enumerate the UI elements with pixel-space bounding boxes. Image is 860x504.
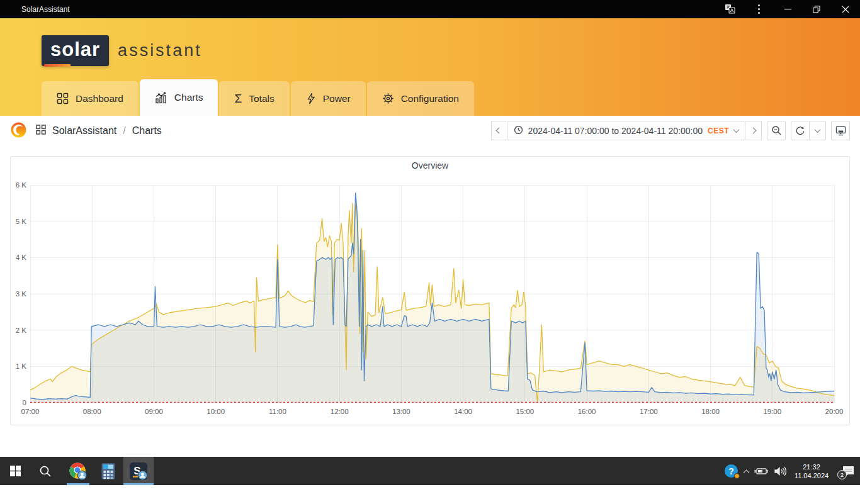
tab-configuration[interactable]: Configuration xyxy=(367,81,474,116)
notification-center-icon[interactable]: 2 xyxy=(842,465,855,478)
logo-underline xyxy=(44,64,71,67)
restore-button[interactable] xyxy=(802,0,831,18)
overview-chart[interactable]: 01 K2 K3 K4 K5 K6 K07:0008:0009:0010:001… xyxy=(11,157,849,425)
breadcrumb-separator: / xyxy=(123,125,125,137)
svg-text:6 K: 6 K xyxy=(16,181,27,189)
svg-text:13:00: 13:00 xyxy=(392,408,410,415)
tab-label: Configuration xyxy=(401,93,459,104)
time-toolbar: 2024-04-11 07:00:00 to 2024-04-11 20:00:… xyxy=(491,121,850,140)
chevron-right-icon xyxy=(750,128,757,134)
volume-icon[interactable] xyxy=(774,466,786,476)
chart-panel[interactable]: Overview 01 K2 K3 K4 K5 K6 K07:0008:0009… xyxy=(10,156,850,425)
apps-grid-icon[interactable] xyxy=(36,125,46,137)
logo-primary-text: solar xyxy=(50,38,100,60)
screen: SolarAssistant xyxy=(0,0,860,504)
svg-text:0: 0 xyxy=(23,399,26,406)
time-range-forward-button[interactable] xyxy=(745,121,762,140)
translate-icon[interactable] xyxy=(715,0,744,18)
tab-label: Charts xyxy=(174,92,203,103)
svg-text:16:00: 16:00 xyxy=(578,408,596,415)
svg-text:?: ? xyxy=(728,466,734,476)
sigma-icon: Σ xyxy=(234,92,242,104)
app-header: solar assistant Dashboard xyxy=(0,18,860,116)
tab-label: Power xyxy=(323,93,351,104)
gear-icon xyxy=(382,92,394,104)
close-button[interactable] xyxy=(831,0,860,18)
taskbar-clock[interactable]: 21:32 11.04.2024 xyxy=(792,462,831,480)
kiosk-mode-button[interactable] xyxy=(831,121,850,140)
svg-text:20:00: 20:00 xyxy=(825,408,844,415)
svg-text:2 K: 2 K xyxy=(16,327,27,334)
tab-dashboard[interactable]: Dashboard xyxy=(42,81,139,116)
windows-taskbar: S ? xyxy=(0,457,860,485)
refresh-interval-dropdown[interactable] xyxy=(810,121,826,140)
grid-icon xyxy=(57,92,69,104)
tab-charts[interactable]: Charts xyxy=(140,79,218,116)
svg-text:11:00: 11:00 xyxy=(269,408,286,415)
grafana-logo-icon[interactable] xyxy=(10,121,27,141)
chevron-down-icon xyxy=(815,126,821,133)
tab-label: Dashboard xyxy=(76,93,123,104)
clock-time: 21:32 xyxy=(792,462,831,471)
svg-text:10:00: 10:00 xyxy=(207,408,225,415)
window-title: SolarAssistant xyxy=(21,5,70,14)
svg-text:12:00: 12:00 xyxy=(331,408,349,415)
tab-totals[interactable]: Σ Totals xyxy=(219,81,289,116)
svg-text:19:00: 19:00 xyxy=(763,408,781,415)
svg-text:14:00: 14:00 xyxy=(454,408,472,415)
svg-text:07:00: 07:00 xyxy=(21,408,40,415)
bar-chart-icon xyxy=(155,92,167,104)
clock-icon xyxy=(514,125,523,137)
breadcrumb-app[interactable]: SolarAssistant xyxy=(52,125,116,137)
svg-text:4 K: 4 K xyxy=(16,254,27,261)
hidden-icons-chevron-icon[interactable] xyxy=(744,469,749,473)
time-range-back-button[interactable] xyxy=(491,121,507,140)
warning-badge xyxy=(734,473,740,479)
svg-text:3 K: 3 K xyxy=(16,290,27,298)
chevron-down-icon xyxy=(733,126,740,133)
svg-text:5 K: 5 K xyxy=(16,218,27,225)
time-range-picker-button[interactable]: 2024-04-11 07:00:00 to 2024-04-11 20:00:… xyxy=(507,121,745,140)
svg-text:1 K: 1 K xyxy=(16,362,27,370)
svg-text:09:00: 09:00 xyxy=(145,408,163,415)
refresh-button[interactable] xyxy=(791,121,810,140)
window-titlebar: SolarAssistant xyxy=(0,0,860,18)
clock-date: 11.04.2024 xyxy=(792,471,831,480)
chrome-taskbar-icon[interactable] xyxy=(63,457,93,485)
svg-text:08:00: 08:00 xyxy=(83,408,101,415)
tab-label: Totals xyxy=(249,93,274,104)
browser-menu-icon[interactable] xyxy=(744,0,773,18)
logo-box: solar xyxy=(42,35,109,66)
system-tray: ? 21:32 11.04.2024 xyxy=(724,457,855,485)
notification-count-badge: 2 xyxy=(837,470,847,479)
tab-power[interactable]: Power xyxy=(291,81,366,116)
bolt-icon xyxy=(306,92,316,104)
power-battery-icon[interactable] xyxy=(754,467,768,476)
svg-text:18:00: 18:00 xyxy=(701,408,720,415)
start-button[interactable] xyxy=(0,457,30,485)
bottom-strip xyxy=(0,485,860,504)
time-range-text: 2024-04-11 07:00:00 to 2024-04-11 20:00:… xyxy=(528,126,703,136)
search-button[interactable] xyxy=(30,457,60,485)
minimize-button[interactable] xyxy=(773,0,802,18)
breadcrumb: SolarAssistant / Charts xyxy=(36,125,162,137)
timezone-label: CEST xyxy=(708,126,729,135)
svg-text:15:00: 15:00 xyxy=(516,408,534,415)
breadcrumb-bar: SolarAssistant / Charts 2024-04-11 07:00… xyxy=(0,116,860,146)
chevron-left-icon xyxy=(496,128,502,134)
help-tray-icon[interactable]: ? xyxy=(724,464,738,478)
solarassistant-taskbar-icon[interactable]: S xyxy=(123,457,154,485)
main-nav-tabs: Dashboard Charts Σ Totals xyxy=(42,79,475,116)
logo-secondary-text: assistant xyxy=(118,41,202,60)
calculator-taskbar-icon[interactable] xyxy=(93,457,123,485)
breadcrumb-page[interactable]: Charts xyxy=(132,125,162,137)
solar-assistant-logo: solar assistant xyxy=(42,36,202,65)
svg-text:17:00: 17:00 xyxy=(640,408,658,415)
zoom-out-button[interactable] xyxy=(767,121,786,140)
